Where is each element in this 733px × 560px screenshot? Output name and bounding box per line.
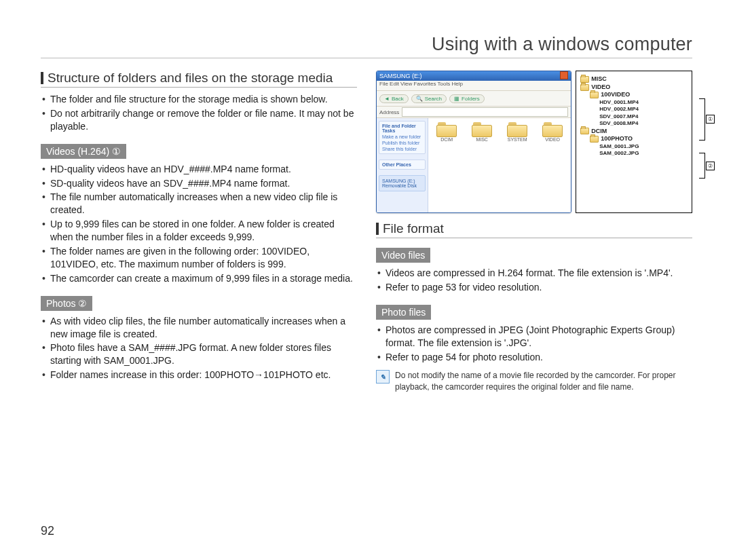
- tree-file: SDV_0007.MP4: [580, 113, 688, 120]
- details-title: SAMSUNG (E:): [382, 179, 422, 183]
- tree-node: 100VIDEO: [601, 91, 630, 99]
- explorer-addressbar: Address: [377, 107, 571, 118]
- bracket-icon: [699, 153, 705, 179]
- left-column: Structure of folders and files on the st…: [41, 71, 357, 392]
- other-places-title: Other Places: [382, 162, 422, 167]
- tree-file: HDV_0001.MP4: [580, 99, 688, 106]
- details-sub: Removable Disk: [382, 183, 422, 188]
- folder-icon: [507, 122, 527, 137]
- bullet: Do not arbitrarily change or remove the …: [41, 107, 357, 133]
- intro-bullets: The folder and file structure for the st…: [41, 93, 357, 133]
- page-title: Using with a windows computer: [41, 34, 692, 55]
- tree-node: MISC: [591, 75, 607, 83]
- folder-icon: ▦: [454, 96, 459, 102]
- folder-icon: [590, 136, 599, 143]
- folder-tree: MISC VIDEO 100VIDEO HDV_0001.MP4 HDV_000…: [576, 71, 692, 213]
- tree-file: HDV_0002.MP4: [580, 106, 688, 113]
- explorer-title: SAMSUNG (E:): [379, 73, 422, 79]
- bullet: Refer to page 53 for video resolution.: [376, 281, 692, 294]
- explorer-sidepane: File and Folder Tasks Make a new folder …: [377, 118, 428, 213]
- subheader-photos: Photos ②: [41, 296, 92, 311]
- page-number: 92: [41, 524, 54, 538]
- section-heading-fileformat: File format: [376, 221, 692, 236]
- subheader-photo-files: Photo files: [376, 305, 431, 320]
- search-button: 🔍Search: [411, 94, 447, 103]
- folder-item: SYSTEM: [503, 122, 531, 142]
- explorer-filepane: DCIM MISC SYSTEM VIDEO: [428, 118, 571, 213]
- folder-item: DCIM: [432, 122, 461, 142]
- section-rule: [41, 87, 357, 88]
- search-icon: 🔍: [416, 96, 423, 102]
- title-rule: [41, 58, 692, 58]
- note-box: ✎ Do not modify the name of a movie file…: [376, 370, 692, 392]
- bullet: The folder names are given in the follow…: [41, 245, 357, 271]
- back-icon: ◄: [384, 96, 390, 102]
- address-input: [402, 107, 568, 117]
- photos-bullets: As with video clip files, the file numbe…: [41, 315, 357, 381]
- tree-file: SDV_0008.MP4: [580, 120, 688, 127]
- marker-1: ①: [706, 115, 715, 124]
- video-files-bullets: Videos are compressed in H.264 format. T…: [376, 267, 692, 294]
- folder-item: VIDEO: [538, 122, 567, 142]
- bullet: The folder and file structure for the st…: [41, 93, 357, 106]
- bullet: Photo files have a SAM_####.JPG format. …: [41, 341, 357, 367]
- folder-item: MISC: [468, 122, 496, 142]
- folder-icon: [472, 122, 492, 137]
- task-link: Make a new folder: [382, 134, 422, 139]
- folder-icon: [580, 76, 589, 83]
- explorer-titlebar: SAMSUNG (E:): [377, 71, 571, 81]
- back-button: ◄Back: [379, 94, 409, 103]
- address-label: Address: [379, 109, 399, 115]
- tree-file: SAM_0002.JPG: [580, 150, 688, 157]
- explorer-window: SAMSUNG (E:) File Edit View Favorites To…: [376, 71, 571, 213]
- bullet: The file number automatically increases …: [41, 191, 357, 217]
- photo-files-bullets: Photos are compressed in JPEG (Joint Pho…: [376, 324, 692, 364]
- details-box: SAMSUNG (E:) Removable Disk: [379, 175, 426, 191]
- bullet: The camcorder can create a maximum of 9,…: [41, 272, 357, 285]
- folder-icon: [580, 84, 589, 91]
- marker-2: ②: [706, 162, 715, 170]
- tree-node: 100PHOTO: [601, 135, 633, 143]
- tree-file: SAM_0001.JPG: [580, 143, 688, 150]
- bullet: Photos are compressed in JPEG (Joint Pho…: [376, 324, 692, 350]
- videos-bullets: HD-quality videos have an HDV_####.MP4 n…: [41, 163, 357, 285]
- section-rule: [376, 238, 692, 238]
- bracket-icon: [699, 98, 705, 141]
- bullet: As with video clip files, the file numbe…: [41, 315, 357, 341]
- tasks-title: File and Folder Tasks: [382, 124, 422, 133]
- folders-button: ▦Folders: [449, 94, 485, 103]
- note-text: Do not modify the name of a movie file r…: [395, 370, 692, 392]
- figure-explorer-tree: SAMSUNG (E:) File Edit View Favorites To…: [376, 71, 692, 213]
- subheader-videos: Videos (H.264) ①: [41, 144, 126, 159]
- right-column: SAMSUNG (E:) File Edit View Favorites To…: [376, 71, 692, 392]
- bullet: Up to 9,999 files can be stored in one f…: [41, 218, 357, 244]
- note-icon: ✎: [376, 370, 390, 384]
- subheader-video-files: Video files: [376, 248, 430, 263]
- folder-icon: [436, 122, 457, 137]
- bullet: Folder names increase in this order: 100…: [41, 369, 357, 381]
- section-heading-structure: Structure of folders and files on the st…: [41, 71, 357, 86]
- folder-icon: [580, 128, 589, 134]
- close-icon: [560, 71, 568, 79]
- explorer-menubar: File Edit View Favorites Tools Help: [377, 81, 571, 91]
- folder-icon: [542, 122, 563, 137]
- explorer-toolbar: ◄Back 🔍Search ▦Folders: [377, 91, 571, 107]
- folder-icon: [590, 92, 599, 98]
- bullet: HD-quality videos have an HDV_####.MP4 n…: [41, 163, 357, 176]
- task-link: Share this folder: [382, 147, 422, 151]
- task-link: Publish this folder: [382, 141, 422, 145]
- bullet: SD-quality videos have an SDV_####.MP4 n…: [41, 177, 357, 190]
- bullet: Refer to page 54 for photo resolution.: [376, 351, 692, 364]
- bullet: Videos are compressed in H.264 format. T…: [376, 267, 692, 280]
